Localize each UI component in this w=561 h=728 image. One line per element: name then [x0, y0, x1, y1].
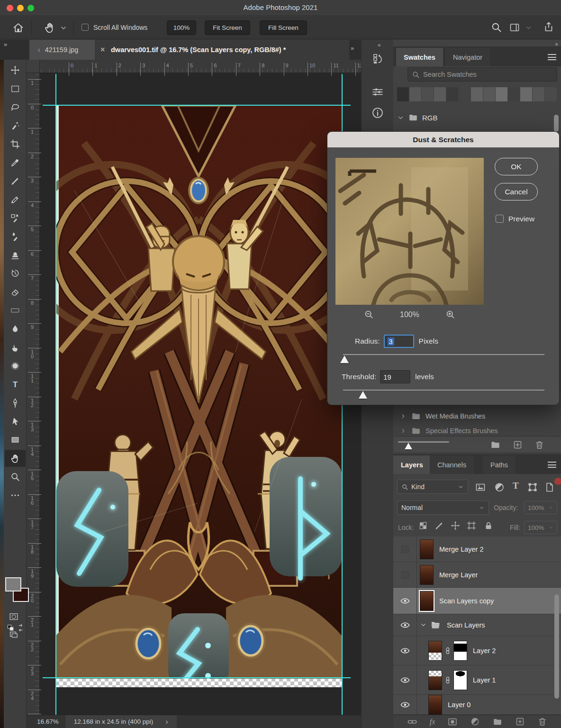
- workspace-switcher-icon[interactable]: [509, 22, 520, 33]
- mask-link-chain-icon[interactable]: [443, 645, 452, 657]
- blur-tool-icon[interactable]: [5, 320, 26, 337]
- preview-zoom-in-icon[interactable]: [445, 309, 455, 319]
- mixerbrush-tool-icon[interactable]: [5, 228, 26, 245]
- properties-panel-icon[interactable]: [371, 85, 384, 99]
- lock-pixels-icon[interactable]: [434, 520, 444, 531]
- rgb-expand-chevron-icon[interactable]: [397, 114, 404, 121]
- zoom-tool-icon[interactable]: [5, 468, 26, 485]
- info-panel-icon[interactable]: [371, 106, 384, 119]
- scroll-all-windows-checkbox[interactable]: [81, 24, 89, 31]
- lasso-tool-icon[interactable]: [5, 99, 26, 116]
- brush-group-wet-media[interactable]: Wet Media Brushes: [393, 407, 561, 426]
- eyedropper-tool-icon[interactable]: [5, 154, 26, 171]
- vertical-ruler[interactable]: 101234567891 01 11 21 31 41 51 61 71 81 …: [27, 60, 40, 715]
- tab-dwarves001-active[interactable]: × dwarves001.tif @ 16.7% (Scan Layers co…: [95, 40, 349, 60]
- status-zoom-level[interactable]: 16.67%: [37, 718, 59, 725]
- layer-row-merge-layer[interactable]: Merge Layer: [393, 562, 561, 588]
- filter-pixel-layers-icon[interactable]: [475, 482, 486, 493]
- canvas-artwork[interactable]: [55, 105, 342, 687]
- layer-row-layer-2[interactable]: Layer 2: [393, 636, 561, 665]
- pencil-tool-icon[interactable]: [5, 191, 26, 208]
- filter-shape-layers-icon[interactable]: [527, 482, 538, 493]
- new-group-icon[interactable]: [492, 717, 503, 727]
- color-swatch[interactable]: [533, 87, 544, 101]
- threshold-slider[interactable]: [343, 390, 544, 391]
- layer-thumbnail[interactable]: [428, 670, 442, 690]
- filter-smart-objects-icon[interactable]: [544, 482, 555, 493]
- color-swatch[interactable]: [520, 87, 532, 101]
- colorreplace-tool-icon[interactable]: [5, 209, 26, 227]
- filter-type-layers-icon[interactable]: T: [513, 481, 519, 491]
- dialog-title[interactable]: Dust & Scratches: [327, 132, 559, 147]
- layer-row-layer-0[interactable]: Layer 0: [393, 695, 561, 715]
- layer-thumbnail[interactable]: [420, 565, 434, 585]
- foreground-color-chip[interactable]: [5, 577, 21, 592]
- type-tool-icon[interactable]: [5, 376, 26, 393]
- sponge-tool-icon[interactable]: [5, 357, 26, 374]
- lock-all-icon[interactable]: [483, 520, 494, 531]
- status-document-dimensions[interactable]: 12.168 in x 24.5 in (400 ppi) ›: [65, 715, 177, 728]
- color-swatch[interactable]: [471, 87, 483, 101]
- link-layers-icon[interactable]: [407, 717, 417, 727]
- cancel-button[interactable]: Cancel: [495, 183, 538, 200]
- marquee-tool-icon[interactable]: [5, 80, 26, 97]
- home-icon[interactable]: [12, 22, 24, 34]
- layer-style-fx-icon[interactable]: fx: [430, 718, 435, 726]
- tab-close-icon[interactable]: ×: [100, 46, 105, 54]
- pathselect-tool-icon[interactable]: [5, 413, 26, 430]
- color-swatch[interactable]: [397, 87, 409, 101]
- swatch-group-rgb[interactable]: RGB: [397, 110, 438, 125]
- new-brush-icon[interactable]: [513, 440, 523, 450]
- threshold-slider-thumb[interactable]: [359, 391, 367, 399]
- swatches-scrollbar[interactable]: [554, 115, 559, 132]
- mask-link-chain-icon[interactable]: [443, 674, 452, 686]
- radius-slider-thumb[interactable]: [340, 355, 349, 363]
- radius-input[interactable]: 3: [384, 335, 414, 348]
- new-adjustment-layer-icon[interactable]: [470, 717, 480, 727]
- panel-group-collapse-icon[interactable]: »: [555, 41, 558, 47]
- threshold-input[interactable]: 19: [380, 370, 410, 383]
- dialog-preview-image[interactable]: [335, 158, 484, 305]
- layer-mask-thumbnail[interactable]: [453, 670, 467, 690]
- horizontal-guide-top[interactable]: [43, 105, 351, 106]
- opacity-field[interactable]: 100%: [524, 501, 557, 514]
- special-effects-chevron-icon[interactable]: [400, 428, 407, 434]
- tab-layers[interactable]: Layers: [393, 455, 431, 474]
- radius-slider[interactable]: [343, 354, 544, 355]
- ok-button[interactable]: OK: [495, 158, 538, 175]
- quickselect-tool-icon[interactable]: [5, 117, 26, 134]
- shape-tool-icon[interactable]: [5, 431, 26, 448]
- tab-scroll-left-icon[interactable]: ‹: [38, 46, 40, 54]
- hand-options-chevron-icon[interactable]: [60, 24, 67, 32]
- hand-tool-icon[interactable]: [5, 450, 26, 467]
- tab-421159[interactable]: ‹ 421159.jpg: [29, 40, 95, 60]
- pen-tool-icon[interactable]: [5, 394, 26, 411]
- filter-adjustment-layers-icon[interactable]: [494, 482, 505, 493]
- gradient-tool-icon[interactable]: [5, 302, 26, 319]
- color-swatch[interactable]: [459, 87, 471, 101]
- layer-thumbnail[interactable]: [420, 539, 434, 559]
- dock-collapse-icon[interactable]: «: [378, 42, 381, 48]
- layer-row-scan-layers-copy[interactable]: Scan Layers copy: [393, 588, 561, 614]
- preview-checkbox[interactable]: [496, 215, 504, 223]
- tab-swatches[interactable]: Swatches: [396, 48, 443, 66]
- color-swatch[interactable]: [496, 87, 507, 101]
- color-swatch[interactable]: [434, 87, 446, 101]
- swatches-panel-menu-icon[interactable]: [548, 54, 556, 60]
- preview-zoom-out-icon[interactable]: [364, 309, 374, 319]
- zoom-100-button[interactable]: 100%: [167, 20, 196, 35]
- color-swatch[interactable]: [483, 87, 495, 101]
- new-layer-icon[interactable]: [515, 717, 525, 727]
- hand-tool-options-icon[interactable]: [44, 21, 56, 34]
- group-expand-chevron-icon[interactable]: [420, 621, 427, 628]
- vertical-guide-left[interactable]: [55, 74, 56, 715]
- layer-filtering-toggle[interactable]: [554, 478, 561, 485]
- smudge-tool-icon[interactable]: [5, 339, 26, 356]
- workspace-chevron-icon[interactable]: [525, 24, 532, 31]
- move-tool-icon[interactable]: [5, 62, 26, 79]
- tab-paths[interactable]: Paths: [483, 455, 516, 474]
- quick-mask-mode-icon[interactable]: [8, 611, 20, 622]
- historybrush-tool-icon[interactable]: [5, 265, 26, 282]
- layer-row-scan-layers[interactable]: Scan Layers: [393, 614, 561, 636]
- brush-tool-icon[interactable]: [5, 173, 26, 190]
